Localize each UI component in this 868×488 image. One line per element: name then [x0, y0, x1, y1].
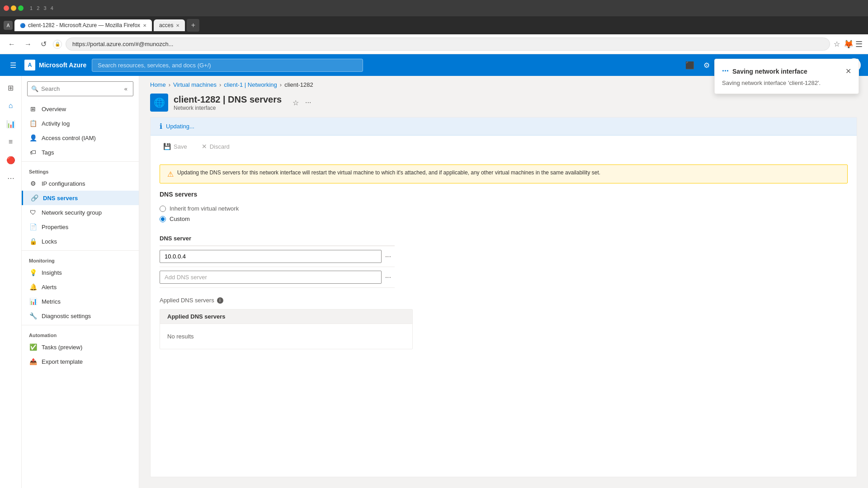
sidebar-item-tags[interactable]: 🏷 Tags — [22, 145, 139, 160]
address-bar[interactable] — [66, 38, 830, 51]
discard-icon: ✕ — [202, 143, 207, 150]
global-search-input[interactable] — [92, 59, 363, 72]
sidebar-item-export-template[interactable]: 📤 Export template — [22, 354, 139, 369]
update-banner: ℹ Updating... — [151, 117, 857, 136]
icon-bar-dashboard[interactable]: 📊 — [3, 116, 19, 132]
sidebar-item-locks[interactable]: 🔒 Locks — [22, 234, 139, 249]
azure-logo-icon: A — [24, 60, 35, 70]
sidebar-item-label-alerts: Alerts — [42, 284, 57, 291]
icon-bar-alert[interactable]: 🔴 — [3, 152, 19, 168]
export-icon: 📤 — [29, 358, 37, 365]
save-button[interactable]: 💾 Save — [160, 141, 191, 152]
breadcrumb-sep-2: › — [219, 81, 221, 88]
nav-divider-3 — [22, 325, 139, 325]
portal-settings-icon[interactable]: ⚙ — [701, 58, 712, 72]
breadcrumb-home[interactable]: Home — [150, 81, 166, 88]
tab-label-access: acces — [159, 22, 173, 28]
toast-header: ··· Saving network interface ✕ — [722, 66, 851, 76]
dns-section-title: DNS servers — [160, 191, 848, 198]
dns-custom-option[interactable]: Custom — [160, 216, 848, 222]
tab-close-active[interactable]: ✕ — [143, 23, 146, 28]
icon-bar-create[interactable]: ⊞ — [3, 80, 19, 96]
nav-divider-2 — [22, 250, 139, 251]
sidebar-item-overview[interactable]: ⊞ Overview — [22, 102, 139, 116]
nav-search-input[interactable] — [41, 85, 120, 92]
applied-dns-info-icon[interactable]: i — [217, 297, 223, 304]
breadcrumb-sep-1: › — [169, 81, 170, 88]
nav-collapse-icon[interactable]: « — [123, 84, 129, 94]
dns-entry-more-button[interactable]: ··· — [382, 251, 395, 263]
toast-progress-dots: ··· — [722, 66, 729, 76]
dns-add-input[interactable] — [160, 271, 382, 284]
more-options-button[interactable]: ··· — [303, 97, 313, 109]
new-tab-button[interactable]: + — [187, 19, 199, 32]
dns-entry-input[interactable] — [160, 250, 382, 263]
extensions-icon[interactable]: 🦊 — [844, 39, 854, 49]
discard-label: Discard — [210, 143, 230, 150]
browser-nav: ← → ↺ 🔒 ☆ 🦊 ☰ — [0, 34, 868, 54]
icon-bar-more[interactable]: ⋯ — [3, 170, 19, 186]
dns-add-cell — [160, 267, 382, 287]
bookmark-icon[interactable]: ☆ — [834, 40, 840, 48]
icon-bar-resources[interactable]: ≡ — [3, 134, 19, 150]
sidebar-item-diagnostic-settings[interactable]: 🔧 Diagnostic settings — [22, 309, 139, 323]
breadcrumb-vms[interactable]: Virtual machines — [173, 81, 217, 88]
update-info-icon: ℹ — [160, 122, 162, 131]
favorite-button[interactable]: ☆ — [291, 97, 301, 109]
sidebar-item-network-security-group[interactable]: 🛡 Network security group — [22, 205, 139, 220]
toast-close-button[interactable]: ✕ — [845, 67, 851, 75]
back-button[interactable]: ← — [5, 38, 18, 50]
dns-entry-row: ··· — [160, 246, 395, 267]
search-icon: 🔍 — [31, 85, 38, 92]
locks-icon: 🔒 — [29, 238, 37, 245]
icon-bar-home[interactable]: ⌂ — [3, 98, 19, 114]
dns-add-more-button[interactable]: ··· — [382, 272, 395, 283]
sidebar-item-label-locks: Locks — [42, 238, 57, 245]
breadcrumb-current: client-1282 — [284, 81, 313, 88]
dns-custom-radio[interactable] — [160, 216, 166, 222]
sidebar-item-access-control[interactable]: 👤 Access control (IAM) — [22, 131, 139, 145]
nav-divider-1 — [22, 161, 139, 162]
sidebar-item-label-tags: Tags — [42, 149, 54, 156]
hamburger-icon[interactable]: ☰ — [7, 58, 19, 72]
save-label: Save — [174, 143, 187, 150]
sidebar-item-insights[interactable]: 💡 Insights — [22, 265, 139, 280]
sidebar-item-alerts[interactable]: 🔔 Alerts — [22, 280, 139, 294]
sidebar-item-metrics[interactable]: 📊 Metrics — [22, 294, 139, 309]
applied-dns-label-text: Applied DNS servers — [160, 297, 214, 304]
page-icon: 🌐 — [150, 94, 168, 112]
forward-button[interactable]: → — [22, 38, 34, 50]
warning-icon: ⚠ — [167, 170, 174, 178]
azure-logo-text: Microsoft Azure — [39, 61, 86, 69]
alerts-icon: 🔔 — [29, 283, 37, 291]
overview-icon: ⊞ — [29, 105, 37, 113]
sidebar-item-label-ip-configurations: IP configurations — [42, 180, 85, 187]
tab-client-1282[interactable]: 🔵 client-1282 - Microsoft Azure — Mozill… — [14, 19, 152, 31]
sidebar-item-label-access-control: Access control (IAM) — [42, 135, 96, 141]
sidebar-item-properties[interactable]: 📄 Properties — [22, 220, 139, 234]
sidebar-item-dns-servers[interactable]: 🔗 DNS servers — [22, 191, 139, 205]
toast-body-text: Saving network interface 'client-1282'. — [722, 80, 851, 86]
breadcrumb-networking[interactable]: client-1 | Networking — [224, 81, 277, 88]
cloud-shell-icon[interactable]: ⬛ — [683, 58, 697, 72]
dns-inherit-label: Inherit from virtual network — [170, 205, 239, 212]
menu-icon[interactable]: ☰ — [855, 39, 863, 49]
icon-sidebar: ⊞ ⌂ 📊 ≡ 🔴 ⋯ — [0, 76, 22, 488]
dns-inherit-radio[interactable] — [160, 206, 166, 212]
tab-access[interactable]: acces ✕ — [154, 19, 185, 31]
tab-close-access[interactable]: ✕ — [176, 23, 179, 28]
properties-icon: 📄 — [29, 223, 37, 230]
dns-table-header: DNS server — [160, 231, 395, 246]
search-box: 🔍 « — [22, 76, 139, 102]
reload-button[interactable]: ↺ — [38, 38, 49, 50]
sidebar-item-ip-configurations[interactable]: ⚙ IP configurations — [22, 176, 139, 191]
applied-dns-header: Applied DNS servers — [160, 310, 412, 324]
discard-button[interactable]: ✕ Discard — [198, 141, 233, 152]
sidebar-item-label-diagnostic: Diagnostic settings — [42, 313, 91, 319]
applied-dns-body: No results — [160, 324, 412, 349]
dns-inherit-option[interactable]: Inherit from virtual network — [160, 205, 848, 212]
sidebar-item-activity-log[interactable]: 📋 Activity log — [22, 116, 139, 131]
dns-add-row: ··· — [160, 267, 395, 288]
sidebar-item-tasks-preview[interactable]: ✅ Tasks (preview) — [22, 340, 139, 354]
tab-icon-azure: A — [4, 21, 13, 30]
